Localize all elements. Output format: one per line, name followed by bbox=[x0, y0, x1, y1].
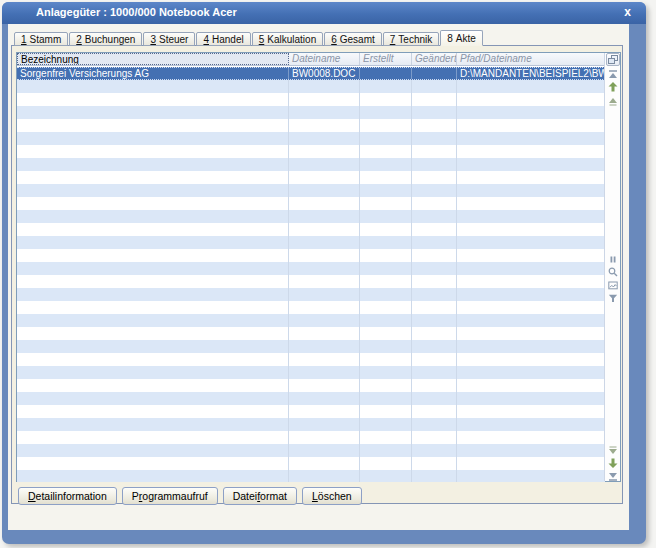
search-icon[interactable] bbox=[606, 266, 620, 278]
title-bar: Anlagegüter : 1000/000 Notebook Acer x bbox=[2, 2, 646, 24]
columns-icon[interactable] bbox=[606, 253, 620, 265]
column-header-pfad[interactable]: Pfad/Dateiname bbox=[457, 53, 605, 65]
table-header: Bezeichnung Dateiname Erstellt Geändert … bbox=[17, 53, 605, 66]
tab-bar: 1Stamm 2Buchungen 3Steuer 4Handel 5Kalku… bbox=[14, 30, 484, 46]
tab-page-akte: Bezeichnung Dateiname Erstellt Geändert … bbox=[11, 45, 623, 504]
row-down-icon[interactable] bbox=[606, 444, 620, 456]
page-up-icon[interactable] bbox=[606, 81, 620, 93]
tab-technik[interactable]: 7Technik bbox=[383, 32, 439, 46]
loeschen-button[interactable]: Löschen bbox=[302, 487, 362, 505]
cell-pfad[interactable]: D:\MANDANTEN\BEISPIEL2\BW0008.DOC bbox=[457, 68, 605, 79]
thumbnails-icon[interactable] bbox=[606, 279, 620, 291]
table-row[interactable]: Sorgenfrei Versicherungs AG BW0008.DOC D… bbox=[17, 67, 605, 80]
table-body[interactable]: Sorgenfrei Versicherungs AG BW0008.DOC D… bbox=[17, 67, 605, 482]
tab-gesamt[interactable]: 6Gesamt bbox=[324, 32, 382, 46]
button-row: Detailinformation Programmaufruf Dateifo… bbox=[18, 487, 362, 505]
filter-icon[interactable] bbox=[606, 292, 620, 304]
client-area: 1Stamm 2Buchungen 3Steuer 4Handel 5Kalku… bbox=[8, 24, 629, 530]
column-chooser-icon[interactable] bbox=[606, 53, 620, 66]
close-icon[interactable]: x bbox=[624, 2, 631, 22]
column-header-erstellt[interactable]: Erstellt bbox=[360, 53, 412, 65]
tab-handel[interactable]: 4Handel bbox=[196, 32, 250, 46]
programmaufruf-button[interactable]: Programmaufruf bbox=[122, 487, 218, 505]
cell-bezeichnung[interactable]: Sorgenfrei Versicherungs AG bbox=[17, 68, 289, 79]
scroll-strip bbox=[604, 53, 620, 481]
column-header-bezeichnung[interactable]: Bezeichnung bbox=[17, 53, 289, 65]
tab-buchungen[interactable]: 2Buchungen bbox=[69, 32, 142, 46]
app-window: Anlagegüter : 1000/000 Notebook Acer x 1… bbox=[2, 2, 646, 544]
column-header-dateiname[interactable]: Dateiname bbox=[289, 53, 360, 65]
go-last-icon[interactable] bbox=[606, 470, 620, 482]
file-table: Bezeichnung Dateiname Erstellt Geändert … bbox=[16, 52, 621, 482]
go-first-icon[interactable] bbox=[606, 68, 620, 80]
page-down-icon[interactable] bbox=[606, 457, 620, 469]
cell-geaendert[interactable] bbox=[412, 68, 457, 79]
dateiformat-button[interactable]: Dateiformat bbox=[223, 487, 297, 505]
tab-akte[interactable]: 8Akte bbox=[440, 30, 483, 46]
row-up-icon[interactable] bbox=[606, 95, 620, 107]
tab-kalkulation[interactable]: 5Kalkulation bbox=[252, 32, 323, 46]
cell-erstellt[interactable] bbox=[360, 68, 412, 79]
tab-steuer[interactable]: 3Steuer bbox=[143, 32, 195, 46]
cell-dateiname[interactable]: BW0008.DOC bbox=[289, 68, 360, 79]
tab-stamm[interactable]: 1Stamm bbox=[14, 32, 68, 46]
column-header-geaendert[interactable]: Geändert bbox=[412, 53, 457, 65]
window-title: Anlagegüter : 1000/000 Notebook Acer bbox=[36, 6, 237, 18]
grid-lines bbox=[17, 67, 605, 482]
detailinformation-button[interactable]: Detailinformation bbox=[18, 487, 117, 505]
